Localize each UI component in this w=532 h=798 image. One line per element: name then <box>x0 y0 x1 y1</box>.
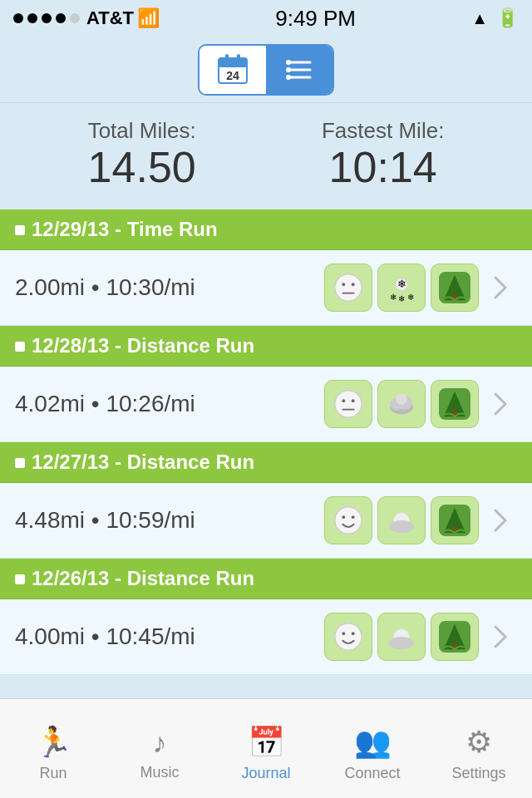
svg-point-50 <box>342 632 345 635</box>
toolbar: 24 <box>0 37 532 103</box>
run-stats-text: 4.48mi • 10:59/mi <box>15 507 195 534</box>
status-left: AT&T 📶 <box>13 7 160 29</box>
fastest-mile-stat: Fastest Mile: 10:14 <box>322 118 444 191</box>
mood-icon <box>324 264 372 312</box>
connect-icon: 👥 <box>354 725 392 760</box>
battery-icon: 🔋 <box>496 7 519 29</box>
run-stats-text: 4.00mi • 10:45/mi <box>15 623 195 650</box>
mood-icon <box>324 613 372 661</box>
run-row[interactable]: 4.02mi • 10:26/mi <box>0 367 532 442</box>
tab-journal[interactable]: 📅 Journal <box>213 715 319 782</box>
run-icon-group: ❄ ❄ ❄ ❄ <box>324 264 517 312</box>
svg-text:❄: ❄ <box>407 293 414 302</box>
terrain-icon <box>431 496 479 544</box>
terrain-icon <box>431 380 479 428</box>
weather-icon <box>377 380 426 428</box>
run-section-header: 12/26/13 - Distance Run <box>0 559 532 599</box>
svg-point-42 <box>342 515 345 519</box>
run-stats-text: 4.02mi • 10:26/mi <box>15 391 195 417</box>
weather-icon <box>377 613 426 661</box>
run-icon-group <box>324 496 517 544</box>
svg-point-37 <box>396 394 406 405</box>
fastest-mile-label: Fastest Mile: <box>322 118 444 144</box>
calendar-tab-button[interactable]: 24 <box>200 46 266 94</box>
total-miles-label: Total Miles: <box>88 118 196 144</box>
run-section-header: 12/27/13 - Distance Run <box>0 442 532 483</box>
tab-settings[interactable]: ⚙ Settings <box>426 715 532 782</box>
terrain-icon <box>431 613 479 661</box>
run-section-header: 12/28/13 - Distance Run <box>0 326 532 367</box>
mood-icon <box>324 496 372 544</box>
chevron-right-icon[interactable] <box>484 380 517 428</box>
svg-point-53 <box>389 637 414 649</box>
status-bar: AT&T 📶 9:49 PM ▲ 🔋 <box>0 0 532 37</box>
run-row[interactable]: 4.48mi • 10:59/mi <box>0 483 532 559</box>
svg-point-41 <box>335 507 362 534</box>
total-miles-stat: Total Miles: 14.50 <box>88 118 196 191</box>
svg-point-32 <box>352 399 355 402</box>
svg-point-15 <box>286 75 291 80</box>
run-section-header: 12/29/13 - Time Run <box>0 209 532 250</box>
svg-rect-7 <box>225 54 229 62</box>
tab-run[interactable]: 🏃 Run <box>0 715 106 782</box>
status-time: 9:49 PM <box>275 6 356 32</box>
chevron-right-icon[interactable] <box>484 613 517 661</box>
stats-section: Total Miles: 14.50 Fastest Mile: 10:14 <box>0 103 532 209</box>
mood-icon <box>324 380 372 428</box>
svg-point-30 <box>335 391 362 417</box>
run-row[interactable]: 4.00mi • 10:45/mi <box>0 599 532 675</box>
settings-label: Settings <box>451 765 505 782</box>
run-label: Run <box>39 765 66 782</box>
total-miles-value: 14.50 <box>88 144 196 191</box>
chevron-right-icon[interactable] <box>484 264 517 312</box>
list-tab-button[interactable] <box>266 46 332 94</box>
music-icon: ♪ <box>153 727 167 759</box>
svg-text:❄: ❄ <box>397 278 406 290</box>
run-row[interactable]: 2.00mi • 10:30/mi ❄ ❄ ❄ ❄ <box>0 250 532 326</box>
run-icon-group <box>324 380 517 428</box>
journal-icon: 📅 <box>248 725 285 760</box>
run-stats-text: 2.00mi • 10:30/mi <box>15 274 195 301</box>
run-list: 12/29/13 - Time Run2.00mi • 10:30/mi ❄ ❄… <box>0 209 532 675</box>
carrier-label: AT&T <box>86 7 134 29</box>
weather-icon <box>377 496 426 544</box>
svg-text:24: 24 <box>226 69 239 82</box>
status-right: ▲ 🔋 <box>471 7 519 29</box>
svg-point-18 <box>335 274 362 301</box>
chevron-right-icon[interactable] <box>484 496 517 544</box>
music-label: Music <box>140 764 179 781</box>
tab-connect[interactable]: 👥 Connect <box>319 715 426 782</box>
svg-text:❄: ❄ <box>390 293 397 302</box>
svg-point-19 <box>342 283 345 286</box>
tab-bar: 🏃 Run ♪ Music 📅 Journal 👥 Connect ⚙ Sett… <box>0 698 532 798</box>
svg-point-43 <box>352 515 355 519</box>
svg-point-31 <box>342 399 345 402</box>
signal-dots <box>13 13 80 23</box>
svg-rect-8 <box>237 54 240 62</box>
main-content: 24 Total <box>0 37 532 698</box>
tab-music[interactable]: ♪ Music <box>106 717 213 781</box>
connect-label: Connect <box>344 765 400 782</box>
wifi-icon: 📶 <box>137 7 160 29</box>
svg-point-51 <box>352 632 355 635</box>
settings-icon: ⚙ <box>466 725 492 760</box>
journal-label: Journal <box>241 765 290 782</box>
weather-icon: ❄ ❄ ❄ ❄ <box>377 264 426 312</box>
terrain-icon <box>431 264 479 312</box>
svg-rect-6 <box>219 58 247 67</box>
svg-point-20 <box>352 283 355 286</box>
fastest-mile-value: 10:14 <box>322 144 444 191</box>
svg-text:❄: ❄ <box>398 294 405 303</box>
svg-point-13 <box>286 60 291 65</box>
view-toggle: 24 <box>198 44 334 96</box>
location-icon: ▲ <box>471 9 488 28</box>
run-icon: 🏃 <box>35 725 72 760</box>
run-icon-group <box>324 613 517 661</box>
svg-point-49 <box>335 623 362 650</box>
svg-point-45 <box>389 520 414 533</box>
svg-point-14 <box>286 67 291 72</box>
